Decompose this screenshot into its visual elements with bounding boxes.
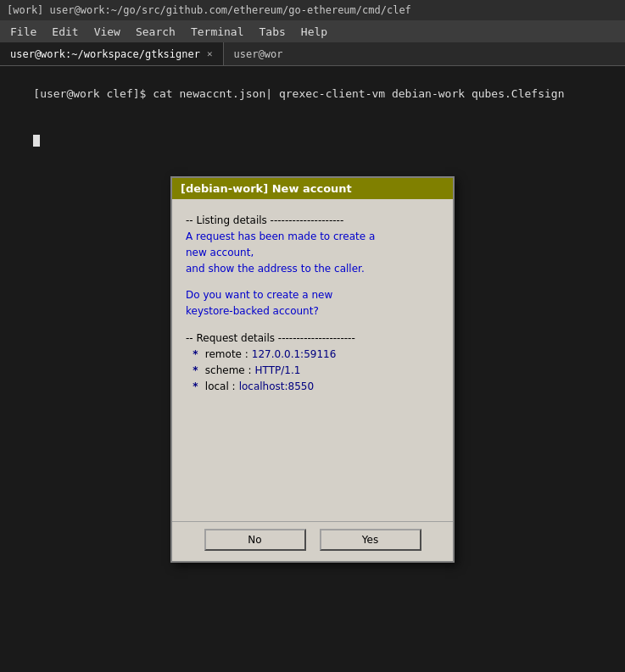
detail-line-2: * local : localhost:8550 (186, 379, 439, 395)
listing-header-text: -- Listing details -------------------- (186, 214, 343, 226)
title-text: [work] user@work:~/go/src/github.com/eth… (7, 4, 411, 16)
request-header-text: -- Request details --------------------- (186, 332, 355, 344)
yes-button[interactable]: Yes (320, 529, 421, 551)
dialog-titlebar: [debian-work] New account (172, 178, 453, 199)
question-section: Do you want to create a new keystore-bac… (186, 287, 439, 319)
detail-line-0: * remote : 127.0.0.1:59116 (186, 347, 439, 363)
listing-header: -- Listing details -------------------- (186, 213, 439, 229)
detail-lines: * remote : 127.0.0.1:59116 * scheme : HT… (186, 347, 439, 396)
request-section: -- Request details ---------------------… (186, 330, 439, 396)
detail-value-2: localhost:8550 (239, 379, 314, 395)
question-text2: keystore-backed account? (186, 305, 319, 317)
question-line2: keystore-backed account? (186, 303, 439, 319)
detail-key-2: local : (205, 379, 236, 395)
dialog-overlay: [debian-work] New account -- Listing det… (0, 66, 625, 672)
menu-file[interactable]: File (3, 24, 43, 40)
menu-search[interactable]: Search (129, 24, 182, 40)
tab-bar: user@work:~/workspace/gtksigner ✕ user@w… (0, 42, 625, 66)
detail-line-1: * scheme : HTTP/1.1 (186, 363, 439, 379)
detail-key-0: remote : (205, 347, 248, 363)
listing-body-line1: A request has been made to create a (186, 229, 439, 245)
detail-value-1: HTTP/1.1 (255, 363, 301, 379)
bullet-1: * (186, 363, 202, 379)
menu-terminal[interactable]: Terminal (184, 24, 251, 40)
listing-section: -- Listing details -------------------- … (186, 213, 439, 278)
listing-body-text3: and show the address to the caller. (186, 263, 365, 275)
title-bar: [work] user@work:~/go/src/github.com/eth… (0, 0, 625, 20)
listing-body-text1: A request has been made to create a (186, 230, 375, 242)
menu-help[interactable]: Help (294, 24, 334, 40)
menu-view[interactable]: View (87, 24, 127, 40)
tab-active[interactable]: user@work:~/workspace/gtksigner ✕ (0, 42, 224, 65)
question-line1: Do you want to create a new (186, 287, 439, 303)
detail-key-1: scheme : (205, 363, 252, 379)
bullet-2: * (186, 379, 202, 395)
terminal-content[interactable]: [user@work clef]$ cat newaccnt.json| qre… (0, 66, 625, 672)
tab-inactive[interactable]: user@wor (224, 42, 309, 65)
new-account-dialog: [debian-work] New account -- Listing det… (170, 176, 455, 563)
tab-inactive-label: user@wor (234, 48, 283, 60)
bullet-0: * (186, 347, 202, 363)
request-header: -- Request details --------------------- (186, 330, 439, 347)
menu-bar: File Edit View Search Terminal Tabs Help (0, 20, 625, 42)
dialog-title: [debian-work] New account (181, 182, 352, 195)
listing-body-text2: new account, (186, 247, 254, 258)
menu-edit[interactable]: Edit (45, 24, 85, 40)
listing-body-line2: new account, (186, 245, 439, 261)
question-text1: Do you want to create a new (186, 289, 332, 301)
tab-close-icon[interactable]: ✕ (207, 48, 213, 59)
no-button[interactable]: No (204, 529, 306, 551)
menu-tabs[interactable]: Tabs (253, 24, 293, 40)
dialog-body: -- Listing details -------------------- … (172, 199, 453, 521)
dialog-footer: No Yes (172, 521, 453, 561)
detail-value-0: 127.0.0.1:59116 (252, 347, 336, 363)
listing-body-line3: and show the address to the caller. (186, 261, 439, 277)
tab-active-label: user@work:~/workspace/gtksigner (10, 48, 200, 60)
